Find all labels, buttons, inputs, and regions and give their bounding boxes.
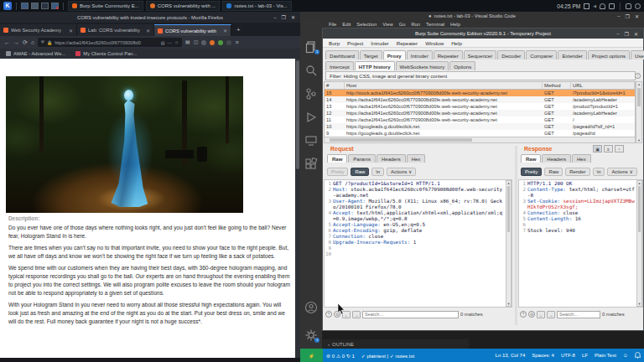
back-icon[interactable]: ←: [4, 38, 10, 47]
request-raw-button[interactable]: Raw: [351, 168, 369, 176]
indentation[interactable]: Spaces: 4: [528, 353, 558, 358]
bookmark-star-icon[interactable]: ☆: [174, 40, 179, 45]
burp-menu-window[interactable]: Window: [425, 40, 444, 46]
table-row-14[interactable]: 14https://acba1f641ec6260cc0f67709008d00…: [325, 96, 635, 103]
burp-menu-project[interactable]: Project: [347, 40, 363, 46]
bookmark-clients-panel[interactable]: My Clients Control Pan...: [75, 51, 137, 56]
pane-splitter[interactable]: [515, 146, 517, 325]
workspace-icon[interactable]: [31, 3, 39, 9]
outline-section[interactable]: › OUTLINE: [322, 339, 469, 349]
hamburger-menu-icon[interactable]: ≡: [235, 38, 238, 47]
search-help-icon[interactable]: ?: [520, 311, 527, 318]
tab-proxy[interactable]: Proxy: [383, 50, 406, 59]
tab-web-security-academy[interactable]: Web Security Academy ✕: [0, 24, 77, 36]
vscode-titlebar[interactable]: ● notes.txt - lab-03 - Visual Studio Cod…: [300, 12, 644, 20]
taskbar-window-firefox[interactable]: CORS vulnerability with ...: [146, 1, 221, 11]
burp-menu-repeater[interactable]: Repeater: [397, 40, 418, 46]
response-scrollbar[interactable]: ▲ ▼: [636, 180, 642, 307]
burp-menu-help[interactable]: Help: [451, 40, 462, 46]
language-mode[interactable]: Plain Text: [591, 353, 620, 358]
request-tab-raw[interactable]: Raw: [327, 154, 347, 163]
layout-side-by-side-icon[interactable]: ▣: [593, 145, 602, 153]
table-row-9[interactable]: 9https://googleads.g.doubleclick.netGET/…: [325, 130, 635, 137]
response-tab-headers[interactable]: Headers: [542, 154, 571, 163]
workspace-icon[interactable]: [21, 3, 29, 9]
tab-decoder[interactable]: Decoder: [497, 50, 525, 59]
response-tabs[interactable]: RawHeadersHex: [521, 154, 591, 163]
request-n-button[interactable]: \n: [371, 168, 384, 176]
help-icon[interactable]: ?: [635, 73, 641, 79]
response-render-button[interactable]: Render: [565, 168, 589, 176]
vscode-menubar[interactable]: FileEditSelectionViewGoRunTerminalHelp: [322, 20, 644, 28]
subtab-http-history[interactable]: HTTP history: [355, 61, 395, 70]
response-actions-button[interactable]: Actions ∨: [607, 168, 636, 176]
run-debug-icon[interactable]: [304, 111, 318, 124]
tab-project-options[interactable]: Project options: [588, 50, 630, 59]
sidebar-icon[interactable]: ◫: [194, 38, 199, 47]
request-tab-headers[interactable]: Headers: [377, 154, 406, 163]
menu-view[interactable]: View: [382, 22, 392, 27]
view-layout-buttons[interactable]: ▣ ≡ ▫: [593, 145, 624, 153]
tab-dashboard[interactable]: Dashboard: [325, 50, 359, 59]
encoding[interactable]: UTF-8: [558, 353, 579, 358]
menu-selection[interactable]: Selection: [356, 22, 377, 27]
search-settings-icon[interactable]: ⚙: [528, 311, 535, 318]
library-icon[interactable]: ▤: [185, 38, 190, 47]
response-raw-button[interactable]: Raw: [544, 168, 563, 176]
table-row-11[interactable]: 11https://acba1f641ec6260cc0f67709008d00…: [325, 116, 635, 123]
extension-icon[interactable]: [218, 40, 223, 45]
volume-tray-icon[interactable]: ◀: [593, 3, 596, 8]
tab-cors-vulnerability-active[interactable]: CORS vulnerability with ✕: [154, 24, 231, 36]
col-header-url[interactable]: URL: [571, 82, 635, 89]
power-tray-icon[interactable]: [635, 3, 641, 9]
menu-help[interactable]: Help: [450, 22, 460, 27]
source-control-icon[interactable]: [304, 87, 318, 101]
remote-indicator[interactable]: ⚡: [300, 349, 323, 362]
col-header-num[interactable]: #: [325, 82, 345, 89]
search-icon[interactable]: [304, 64, 318, 77]
settings-gear-icon[interactable]: 1: [304, 328, 318, 342]
menu-run[interactable]: Run: [411, 22, 420, 27]
taskbar-window-vscode[interactable]: notes.txt - lab-03 - Vis...: [222, 1, 291, 11]
feedback-smiley-icon[interactable]: ☺: [620, 353, 631, 358]
reader-mode-icon[interactable]: ▤: [161, 40, 165, 45]
layout-stacked-icon[interactable]: ≡: [604, 145, 613, 153]
burp-sub-tabs[interactable]: InterceptHTTP historyWebSockets historyO…: [325, 60, 642, 70]
firefox-window-controls[interactable]: –❐✕: [273, 12, 295, 23]
problems-status[interactable]: ⊘ 0 ⚠ 0 ↻ 1: [323, 353, 358, 359]
request-tabs[interactable]: RawParamsHeadersHex: [327, 154, 425, 163]
request-search-input[interactable]: [362, 311, 459, 318]
tab-repeater[interactable]: Repeater: [434, 50, 463, 59]
table-row-15[interactable]: 15http://stock.acba1f641ec6260cc0f677090…: [325, 90, 635, 96]
table-horizontal-scrollbar[interactable]: [324, 137, 636, 143]
extension-icon[interactable]: [201, 40, 206, 45]
table-header[interactable]: # Host Method URL: [325, 82, 635, 90]
kali-menu-icon[interactable]: K: [3, 2, 12, 10]
clock[interactable]: 04:25 PM: [557, 3, 580, 9]
page-actions-icon[interactable]: ⋯: [168, 40, 173, 45]
close-icon[interactable]: ✕: [146, 28, 150, 34]
response-n-button[interactable]: \n: [593, 168, 605, 176]
workspace-icon[interactable]: [51, 3, 59, 9]
accounts-icon[interactable]: [304, 301, 318, 314]
tab-user-options[interactable]: User options: [631, 50, 644, 59]
home-icon[interactable]: ⌂: [31, 38, 34, 47]
menu-edit[interactable]: Edit: [342, 22, 351, 27]
new-tab-button[interactable]: +: [231, 24, 246, 36]
request-actions-button[interactable]: Actions ∨: [387, 168, 416, 176]
response-tab-raw[interactable]: Raw: [521, 154, 541, 163]
taskbar-window-burp[interactable]: Burp Suite Community E...: [68, 1, 143, 11]
notifications-tray-icon[interactable]: [600, 3, 605, 9]
tab-sequencer[interactable]: Sequencer: [464, 50, 496, 59]
burp-menubar[interactable]: BurpProjectIntruderRepeaterWindowHelp: [323, 39, 643, 48]
search-next-button[interactable]: →: [352, 311, 361, 318]
lock-tray-icon[interactable]: [626, 3, 631, 9]
cursor-position[interactable]: Ln 13, Col 74: [492, 353, 529, 358]
remote-explorer-icon[interactable]: [304, 134, 318, 147]
tasks-status[interactable]: ✓ plaintext | ✓ notes.txt: [358, 353, 418, 359]
explorer-icon[interactable]: 1: [304, 40, 318, 54]
subtab-options[interactable]: Options: [449, 61, 475, 70]
search-help-icon[interactable]: ?: [325, 311, 332, 318]
firefox-scrollbar[interactable]: [295, 59, 300, 362]
request-scrollbar[interactable]: ▲ ▼: [506, 180, 512, 307]
